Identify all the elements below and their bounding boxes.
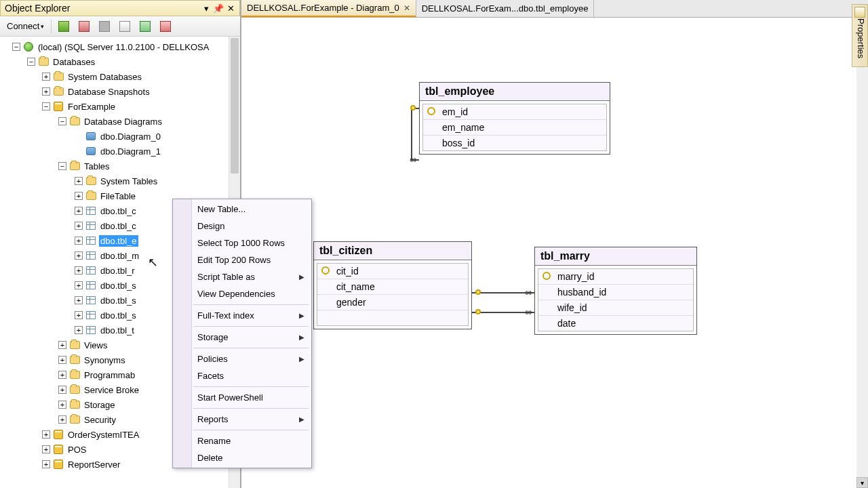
chevron-right-icon: ▶ bbox=[299, 355, 304, 363]
entity-column[interactable]: cit_id bbox=[317, 264, 468, 279]
expander-icon[interactable]: + bbox=[42, 73, 50, 81]
entity-column[interactable]: wife_id bbox=[538, 300, 693, 316]
menu-design[interactable]: Design bbox=[173, 218, 311, 235]
menu-facets[interactable]: Facets bbox=[173, 367, 311, 384]
primary-key-icon bbox=[321, 266, 331, 276]
toolbar-btn-refresh[interactable] bbox=[137, 20, 153, 33]
expander-icon[interactable]: + bbox=[75, 326, 83, 334]
entity-column[interactable]: gender bbox=[317, 295, 468, 310]
pin-icon[interactable]: 📌 bbox=[214, 3, 223, 13]
entity-column[interactable]: em_id bbox=[423, 104, 606, 120]
entity-tbl-employee[interactable]: tbl_employee em_id em_name boss_id bbox=[419, 82, 610, 155]
close-icon[interactable]: ✕ bbox=[403, 3, 410, 13]
expander-icon[interactable]: + bbox=[58, 371, 66, 379]
tab-tbl-employee[interactable]: DELLKOSAL.ForExam...dbo.tbl_employee bbox=[416, 0, 595, 17]
tree-database-diagrams[interactable]: −Database Diagrams bbox=[0, 114, 240, 129]
object-explorer-toolbar: Connect▾ bbox=[0, 16, 240, 37]
tree-databases[interactable]: −Databases bbox=[0, 54, 240, 69]
document-tabs: DELLKOSAL.ForExample - Diagram_0 ✕ DELLK… bbox=[241, 0, 868, 18]
table-icon bbox=[85, 220, 96, 231]
menu-reports[interactable]: Reports▶ bbox=[173, 411, 311, 428]
tree-diagram-1[interactable]: dbo.Diagram_1 bbox=[0, 144, 240, 159]
toolbar-btn-1[interactable] bbox=[56, 20, 72, 33]
expander-icon[interactable]: + bbox=[42, 460, 50, 468]
expander-icon[interactable]: − bbox=[42, 102, 50, 110]
entity-column[interactable]: cit_name bbox=[317, 279, 468, 295]
menu-full-text-index[interactable]: Full-Text index▶ bbox=[173, 307, 311, 324]
expander-icon[interactable]: − bbox=[58, 117, 66, 125]
tab-diagram-0[interactable]: DELLKOSAL.ForExample - Diagram_0 ✕ bbox=[241, 0, 416, 17]
toolbar-btn-filter[interactable] bbox=[117, 20, 133, 33]
menu-script-table-as[interactable]: Script Table as▶ bbox=[173, 268, 311, 285]
expander-icon[interactable]: + bbox=[75, 237, 83, 245]
expander-icon[interactable]: − bbox=[27, 58, 35, 66]
chevron-right-icon: ▶ bbox=[299, 312, 304, 319]
expander-icon[interactable]: + bbox=[58, 401, 66, 409]
expander-icon[interactable]: + bbox=[42, 445, 50, 453]
menu-policies[interactable]: Policies▶ bbox=[173, 350, 311, 367]
tree-system-tables[interactable]: +System Tables bbox=[0, 174, 240, 188]
table-context-menu: New Table... Design Select Top 1000 Rows… bbox=[172, 199, 312, 468]
toolbar-btn-delete[interactable] bbox=[157, 20, 174, 33]
close-icon[interactable]: ✕ bbox=[226, 3, 235, 13]
menu-new-table[interactable]: New Table... bbox=[173, 201, 311, 218]
expander-icon[interactable]: + bbox=[58, 415, 66, 424]
scrollbar-thumb[interactable] bbox=[231, 38, 239, 174]
primary-key-icon bbox=[427, 107, 437, 117]
entity-tbl-citizen[interactable]: tbl_citizen cit_id cit_name gender bbox=[313, 241, 472, 329]
menu-edit-top-200[interactable]: Edit Top 200 Rows bbox=[173, 251, 311, 268]
expander-icon[interactable]: + bbox=[58, 356, 66, 364]
folder-icon bbox=[53, 86, 64, 97]
expander-icon[interactable]: + bbox=[75, 222, 83, 230]
entity-column[interactable]: date bbox=[538, 316, 693, 331]
tree-diagram-0[interactable]: dbo.Diagram_0 bbox=[0, 129, 240, 144]
menu-rename[interactable]: Rename bbox=[173, 432, 311, 449]
expander-icon[interactable]: − bbox=[58, 162, 66, 170]
menu-delete[interactable]: Delete bbox=[173, 449, 311, 466]
menu-select-top-1000[interactable]: Select Top 1000 Rows bbox=[173, 235, 311, 251]
entity-column[interactable]: boss_id bbox=[423, 136, 606, 150]
folder-icon bbox=[85, 190, 96, 201]
document-area: DELLKOSAL.ForExample - Diagram_0 ✕ DELLK… bbox=[241, 0, 868, 488]
relation-end-many-icon: ∞ bbox=[408, 155, 418, 164]
expander-icon[interactable]: + bbox=[58, 386, 66, 394]
expander-icon[interactable]: + bbox=[75, 311, 83, 319]
expander-icon[interactable]: − bbox=[12, 43, 20, 51]
tree-database-snapshots[interactable]: +Database Snapshots bbox=[0, 84, 240, 99]
entity-column[interactable]: husband_id bbox=[538, 285, 693, 300]
table-icon bbox=[85, 325, 96, 336]
diagram-canvas[interactable]: tbl_employee em_id em_name boss_id ∞ tbl… bbox=[241, 18, 856, 488]
expander-icon[interactable]: + bbox=[42, 430, 50, 439]
expander-icon[interactable]: + bbox=[75, 192, 83, 200]
scroll-down-icon[interactable]: ▾ bbox=[856, 477, 868, 488]
menu-start-powershell[interactable]: Start PowerShell bbox=[173, 389, 311, 406]
tree-tables[interactable]: −Tables bbox=[0, 159, 240, 174]
expander-icon[interactable]: + bbox=[42, 87, 50, 96]
menu-view-dependencies[interactable]: View Dependencies bbox=[173, 285, 311, 302]
table-icon bbox=[85, 280, 96, 291]
canvas-scrollbar[interactable]: ▴ ▾ bbox=[856, 18, 868, 488]
toolbar-btn-2[interactable] bbox=[76, 20, 92, 33]
expander-icon[interactable]: + bbox=[75, 207, 83, 215]
tree-db-forexample[interactable]: −ForExample bbox=[0, 99, 240, 114]
expander-icon[interactable]: + bbox=[75, 177, 83, 185]
expander-icon[interactable]: + bbox=[75, 296, 83, 304]
dropdown-icon[interactable]: ▾ bbox=[201, 3, 211, 13]
tree-system-databases[interactable]: +System Databases bbox=[0, 69, 240, 84]
entity-column[interactable]: marry_id bbox=[538, 269, 693, 285]
entity-column[interactable]: em_name bbox=[423, 120, 606, 136]
menu-separator bbox=[193, 386, 309, 387]
menu-storage[interactable]: Storage▶ bbox=[173, 329, 311, 346]
expander-icon[interactable]: + bbox=[75, 251, 83, 260]
properties-side-tab[interactable]: Properties bbox=[852, 4, 868, 67]
tree-server[interactable]: −(local) (SQL Server 11.0.2100 - DELLKOS… bbox=[0, 39, 240, 54]
entity-tbl-marry[interactable]: tbl_marry marry_id husband_id wife_id da… bbox=[534, 247, 697, 335]
expander-icon[interactable]: + bbox=[58, 341, 66, 349]
expander-icon[interactable]: + bbox=[75, 266, 83, 274]
toolbar-btn-stop[interactable] bbox=[96, 20, 113, 33]
folder-icon bbox=[85, 176, 96, 186]
folder-icon bbox=[53, 71, 64, 82]
relation-end-key-icon bbox=[473, 287, 483, 297]
connect-button[interactable]: Connect▾ bbox=[4, 20, 47, 33]
expander-icon[interactable]: + bbox=[75, 281, 83, 289]
